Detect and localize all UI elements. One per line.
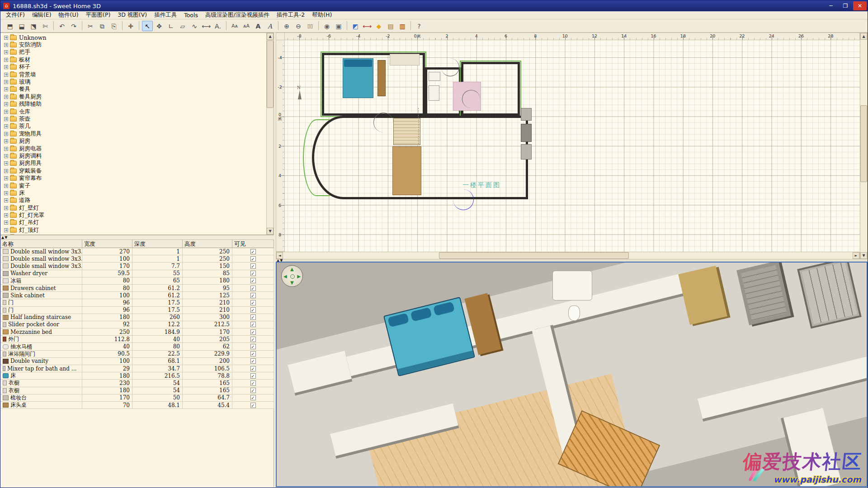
visible-checkbox[interactable]: ✓ bbox=[250, 307, 256, 313]
furniture-row[interactable]: 衣橱18054165✓ bbox=[0, 387, 274, 394]
create-polylines-icon[interactable]: ∿ bbox=[189, 21, 200, 31]
maximize-button[interactable]: ❐ bbox=[839, 1, 852, 10]
menu-item[interactable]: 平面图(P) bbox=[82, 11, 114, 19]
plan-fridge[interactable] bbox=[521, 124, 532, 142]
photo-views-icon[interactable]: ▯▯ bbox=[305, 21, 316, 31]
plan-appliance-1[interactable] bbox=[521, 108, 532, 121]
furniture-row[interactable]: Slider pocket door9212.2212.5✓ bbox=[0, 321, 274, 328]
catalog-category[interactable]: +餐具 bbox=[1, 86, 266, 93]
nav-up-icon[interactable]: ▲ bbox=[290, 267, 294, 272]
catalog-category[interactable]: +灯_吊灯 bbox=[1, 219, 266, 226]
expand-icon[interactable]: + bbox=[4, 73, 8, 77]
plan-text-label[interactable]: 一楼平面图 bbox=[462, 181, 501, 189]
catalog-category[interactable]: +残障辅助 bbox=[1, 101, 266, 108]
nav-center[interactable] bbox=[290, 274, 295, 279]
catalog-category[interactable]: +板材 bbox=[1, 56, 266, 63]
close-button[interactable]: ✕ bbox=[853, 1, 867, 10]
splitter-collapse-icons[interactable]: ▲▼ bbox=[1, 235, 8, 239]
catalog-category[interactable]: +厨房 bbox=[1, 137, 266, 145]
increase-text-size-icon[interactable]: ᴀA bbox=[241, 21, 252, 31]
furniture-library-editor-icon[interactable]: ✄ bbox=[40, 21, 51, 31]
nav-down-icon[interactable]: ▼ bbox=[290, 281, 294, 285]
expand-icon[interactable]: + bbox=[4, 132, 8, 136]
scroll-up-icon[interactable]: ▲ bbox=[267, 33, 274, 40]
visible-checkbox[interactable]: ✓ bbox=[250, 256, 256, 262]
scroll-right-icon[interactable]: ► bbox=[853, 252, 859, 259]
create-dimensions-icon[interactable]: ⟷ bbox=[201, 21, 212, 31]
plan-wardrobe-big[interactable] bbox=[392, 146, 421, 195]
catalog-category[interactable]: +灯_壁灯 bbox=[1, 204, 266, 211]
visible-checkbox[interactable]: ✓ bbox=[250, 351, 256, 357]
nav-left-icon[interactable]: ◀ bbox=[283, 274, 287, 279]
furniture-row[interactable]: 冰箱8065180✓ bbox=[0, 277, 274, 285]
menu-item[interactable]: 插件工具-2 bbox=[273, 11, 308, 19]
plan-wardrobe-strip[interactable] bbox=[377, 60, 386, 96]
paste-icon[interactable]: ⎘ bbox=[108, 21, 119, 31]
visible-checkbox[interactable]: ✓ bbox=[250, 322, 256, 327]
plan-canvas[interactable]: N bbox=[285, 40, 860, 252]
view-3d-canvas[interactable]: ▲ ▼ ◀ ▶ 偏爱技术社区 www.paijishu.com bbox=[276, 262, 868, 487]
catalog-category[interactable]: +仓库 bbox=[1, 108, 266, 115]
create-walls-icon[interactable]: ∟ bbox=[165, 21, 176, 31]
menu-item[interactable]: 物件(U) bbox=[55, 11, 82, 19]
furniture-row[interactable]: Mixer tap for bath and ...2934.7106.5✓ bbox=[0, 365, 274, 372]
visible-checkbox[interactable]: ✓ bbox=[250, 366, 256, 371]
expand-icon[interactable]: + bbox=[4, 95, 8, 99]
visible-checkbox[interactable]: ✓ bbox=[250, 388, 256, 393]
expand-icon[interactable]: + bbox=[4, 87, 8, 91]
import-textures-library-icon[interactable]: ⬔ bbox=[28, 21, 39, 31]
furniture-row[interactable]: Double small window 3x3...1001250✓ bbox=[0, 255, 274, 263]
catalog-category[interactable]: +把手 bbox=[1, 49, 266, 56]
expand-icon[interactable]: + bbox=[4, 43, 8, 47]
visible-checkbox[interactable]: ✓ bbox=[250, 293, 256, 298]
expand-icon[interactable]: + bbox=[4, 110, 8, 114]
expand-icon[interactable]: + bbox=[4, 221, 8, 225]
catalog-category[interactable]: +厨房调料 bbox=[1, 152, 266, 160]
expand-icon[interactable]: + bbox=[4, 36, 8, 40]
expand-icon[interactable]: + bbox=[4, 176, 8, 180]
plugin-export-icon[interactable]: ◩ bbox=[350, 21, 361, 31]
catalog-category[interactable]: +穿戴装备 bbox=[1, 167, 266, 174]
furniture-row[interactable]: 抽水马桶408062✓ bbox=[0, 343, 274, 350]
expand-icon[interactable]: + bbox=[4, 169, 8, 173]
expand-icon[interactable]: + bbox=[4, 139, 8, 143]
furniture-row[interactable]: Double small window 3x3...1707.7150✓ bbox=[0, 263, 274, 270]
menu-item[interactable]: 编辑(E) bbox=[28, 11, 55, 19]
catalog-category[interactable]: +窗帘幕布 bbox=[1, 174, 266, 182]
visible-checkbox[interactable]: ✓ bbox=[250, 286, 256, 291]
expand-icon[interactable]: + bbox=[4, 102, 8, 106]
window-titlebar[interactable]: ⌂ 16888.sh3d - Sweet Home 3D ─ ❐ ✕ bbox=[0, 0, 868, 11]
column-header[interactable]: 名称 bbox=[0, 240, 82, 249]
visible-checkbox[interactable]: ✓ bbox=[250, 300, 256, 305]
expand-icon[interactable]: + bbox=[4, 80, 8, 84]
plugin-lamp-icon[interactable]: ◆ bbox=[373, 21, 384, 31]
plan-appliance-2[interactable] bbox=[521, 144, 532, 160]
expand-icon[interactable]: + bbox=[4, 228, 8, 232]
catalog-category[interactable]: +玻璃 bbox=[1, 78, 266, 85]
visible-checkbox[interactable]: ✓ bbox=[250, 395, 256, 400]
expand-icon[interactable]: + bbox=[4, 198, 8, 202]
catalog-category[interactable]: +窗子 bbox=[1, 182, 266, 189]
furniture-row[interactable]: Washer dryer59.55585✓ bbox=[0, 270, 274, 277]
catalog-category[interactable]: +Unknown bbox=[1, 34, 266, 41]
column-header[interactable]: 宽度 bbox=[82, 240, 132, 249]
visible-checkbox[interactable]: ✓ bbox=[250, 314, 256, 320]
visible-checkbox[interactable]: ✓ bbox=[250, 358, 256, 364]
menu-item[interactable]: Tools bbox=[180, 12, 202, 19]
visible-checkbox[interactable]: ✓ bbox=[250, 344, 256, 349]
scroll-down-icon[interactable]: ▼ bbox=[267, 228, 274, 235]
furniture-row[interactable]: Half landing staircase180260300✓ bbox=[0, 314, 274, 321]
scrollbar-thumb[interactable] bbox=[439, 252, 629, 259]
plan-vertical-scrollbar[interactable]: ▲ ▼ bbox=[860, 33, 868, 259]
zoom-out-icon[interactable]: ⊖ bbox=[293, 21, 304, 31]
visible-checkbox[interactable]: ✓ bbox=[250, 403, 256, 408]
compass-icon[interactable]: N bbox=[296, 88, 302, 101]
column-header[interactable]: 深度 bbox=[132, 240, 183, 249]
3d-navigation-pad[interactable]: ▲ ▼ ◀ ▶ bbox=[281, 265, 303, 287]
menu-item[interactable]: 插件工具 bbox=[151, 11, 180, 19]
expand-icon[interactable]: + bbox=[4, 154, 8, 158]
undo-icon[interactable]: ↶ bbox=[57, 21, 67, 31]
visible-checkbox[interactable]: ✓ bbox=[250, 373, 256, 379]
redo-icon[interactable]: ↷ bbox=[68, 21, 79, 31]
expand-icon[interactable]: + bbox=[4, 161, 8, 165]
